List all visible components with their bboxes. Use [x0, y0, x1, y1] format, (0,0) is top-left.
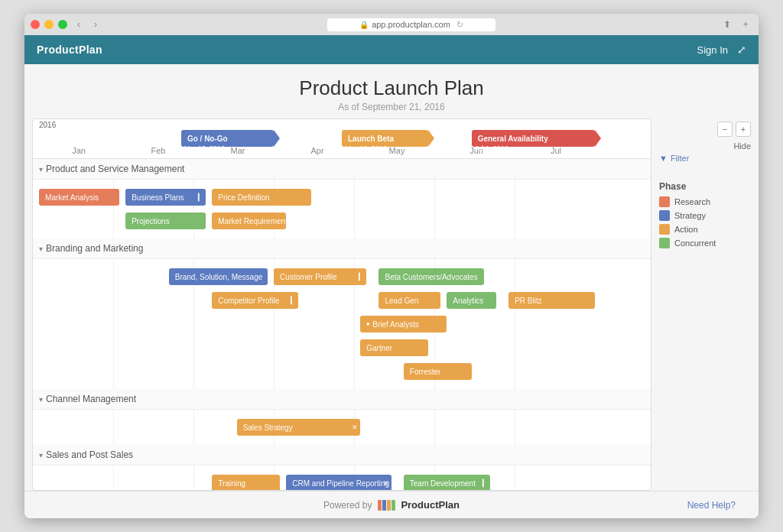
bar-market-requirements[interactable]: Market Requirements [212, 212, 286, 229]
powered-by-text: Powered by [323, 500, 372, 511]
section-label-branding: Branding and Marketing [46, 243, 143, 254]
section-body-channel: Sales Strategy ✕ [33, 410, 651, 445]
bar-market-analysis[interactable]: Market Analysis [39, 189, 119, 206]
footer-brand: ProductPlan [401, 499, 460, 511]
expand-button[interactable]: ⤢ [737, 44, 746, 56]
legend-strategy-label: Strategy [674, 211, 706, 220]
concurrent-swatch [659, 238, 670, 248]
gantt-wrapper: 2016 Jan Feb Mar Apr May Jun Jul [24, 118, 759, 491]
title-bar: ‹ › 🔒 app.productplan.com ↻ ⬆ + [24, 14, 759, 35]
legend-action: Action [659, 224, 751, 235]
hide-button[interactable]: Hide [659, 141, 751, 151]
section-product-service: ▾ Product and Service Management [33, 159, 651, 238]
research-swatch [659, 196, 670, 207]
main-window: ‹ › 🔒 app.productplan.com ↻ ⬆ + ProductP… [24, 14, 759, 518]
year-label: 2016 [33, 119, 62, 131]
legend-action-label: Action [674, 225, 698, 234]
address-bar[interactable]: 🔒 app.productplan.com ↻ [327, 18, 495, 31]
reload-icon[interactable]: ↻ [456, 20, 463, 30]
zoom-out-button[interactable]: − [717, 122, 733, 137]
table-row: Market Analysis Business Plans ▎ Price D… [33, 187, 651, 208]
bar-pr-blitz[interactable]: PR Blitz [508, 292, 595, 309]
bar-team-development[interactable]: Team Development ▎ [404, 475, 490, 490]
timeline-header: 2016 Jan Feb Mar Apr May Jun Jul [33, 119, 651, 159]
chevron-channel-icon: ▾ [39, 395, 43, 404]
table-row: Projections Market Requirements [33, 210, 651, 232]
month-feb: Feb [119, 146, 198, 155]
table-row: Competitor Profile ▎ Lead Gen Analytics … [33, 290, 651, 311]
app-logo[interactable]: ProductPlan [37, 44, 102, 56]
new-tab-button[interactable]: + [739, 18, 752, 31]
footer-logo: Powered by ProductPlan [323, 499, 460, 511]
bar-training[interactable]: Training [212, 475, 280, 490]
month-may: May [357, 146, 437, 155]
section-channel-management: ▾ Channel Management [33, 389, 651, 445]
forward-button[interactable]: › [89, 18, 102, 31]
bar-lead-gen[interactable]: Lead Gen [379, 292, 440, 309]
bar-sales-strategy[interactable]: Sales Strategy ✕ [237, 419, 361, 436]
back-button[interactable]: ‹ [72, 18, 86, 31]
legend-concurrent-label: Concurrent [674, 238, 716, 248]
section-body-product: Market Analysis Business Plans ▎ Price D… [33, 180, 651, 238]
section-body-branding: Brand, Solution, Message Customer Profil… [33, 259, 651, 389]
plan-subtitle: As of September 21, 2016 [24, 102, 759, 112]
gantt-main: 2016 Jan Feb Mar Apr May Jun Jul [32, 118, 651, 491]
section-header-product[interactable]: ▾ Product and Service Management [33, 159, 651, 180]
month-labels: Jan Feb Mar Apr May Jun Jul [33, 119, 651, 158]
footer: Powered by ProductPlan Need Help? [24, 491, 759, 518]
action-swatch [659, 224, 670, 235]
strategy-swatch [659, 210, 670, 221]
legend: Phase Research Strategy Action [659, 181, 751, 251]
bar-price-definition[interactable]: Price Definition [212, 189, 310, 206]
maximize-button[interactable] [58, 20, 67, 29]
section-label-product: Product and Service Management [46, 164, 184, 174]
minimize-button[interactable] [44, 20, 54, 29]
plan-header: Product Launch Plan As of September 21, … [24, 64, 759, 118]
need-help-button[interactable]: Need Help? [687, 500, 736, 511]
section-branding-marketing: ▾ Branding and Marketing [33, 238, 651, 389]
month-jan: Jan [39, 146, 119, 155]
section-header-branding[interactable]: ▾ Branding and Marketing [33, 238, 651, 259]
legend-research: Research [659, 196, 751, 207]
url-text: app.productplan.com [372, 20, 450, 29]
table-row: ▾Brief Analysts [33, 313, 651, 335]
bar-competitor-profile[interactable]: Competitor Profile ▎ [212, 292, 298, 309]
table-row: Training CRM and Pipeline Reporting ✕ Te… [33, 472, 651, 490]
bar-customer-profile[interactable]: Customer Profile ▎ [274, 268, 366, 285]
bar-analytics[interactable]: Analytics [447, 292, 496, 309]
sign-in-button[interactable]: Sign In [697, 44, 728, 56]
share-button[interactable]: ⬆ [720, 18, 734, 31]
bar-forrester[interactable]: Forrester [404, 363, 472, 380]
app-header: ProductPlan Sign In ⤢ [24, 35, 759, 64]
filter-button[interactable]: ▼ Filter [659, 154, 751, 163]
month-jul: Jul [516, 146, 596, 155]
filter-icon: ▼ [659, 154, 668, 163]
filter-label: Filter [671, 154, 689, 163]
table-row: Gartner [33, 337, 651, 358]
lock-icon: 🔒 [359, 21, 369, 29]
legend-strategy: Strategy [659, 210, 751, 221]
chevron-branding-icon: ▾ [39, 245, 43, 253]
table-row: Sales Strategy ✕ [33, 417, 651, 438]
zoom-in-button[interactable]: + [736, 122, 751, 137]
main-content: Product Launch Plan As of September 21, … [24, 64, 759, 518]
chevron-product-icon: ▾ [39, 165, 43, 174]
section-sales-post-sales: ▾ Sales and Post Sales [33, 445, 651, 490]
section-label-sales: Sales and Post Sales [46, 449, 133, 460]
legend-concurrent: Concurrent [659, 238, 751, 248]
close-button[interactable] [31, 20, 40, 29]
right-sidebar: − + Hide ▼ Filter Phase Research [659, 118, 751, 491]
gantt-scroll[interactable]: ▾ Product and Service Management [33, 159, 651, 490]
bar-business-plans[interactable]: Business Plans ▎ [125, 189, 206, 206]
section-header-sales[interactable]: ▾ Sales and Post Sales [33, 445, 651, 466]
table-row: Brand, Solution, Message Customer Profil… [33, 266, 651, 287]
bar-brand-solution[interactable]: Brand, Solution, Message [169, 268, 268, 285]
bar-beta-customers[interactable]: Beta Customers/Advocates [379, 268, 483, 285]
legend-research-label: Research [674, 197, 710, 206]
bar-crm-reporting[interactable]: CRM and Pipeline Reporting ✕ [286, 475, 391, 490]
bar-projections[interactable]: Projections [125, 212, 206, 229]
plan-title: Product Launch Plan [24, 76, 759, 100]
bar-brief-analysts[interactable]: ▾Brief Analysts [360, 316, 447, 332]
bar-gartner[interactable]: Gartner [360, 339, 428, 356]
section-header-channel[interactable]: ▾ Channel Management [33, 389, 651, 410]
